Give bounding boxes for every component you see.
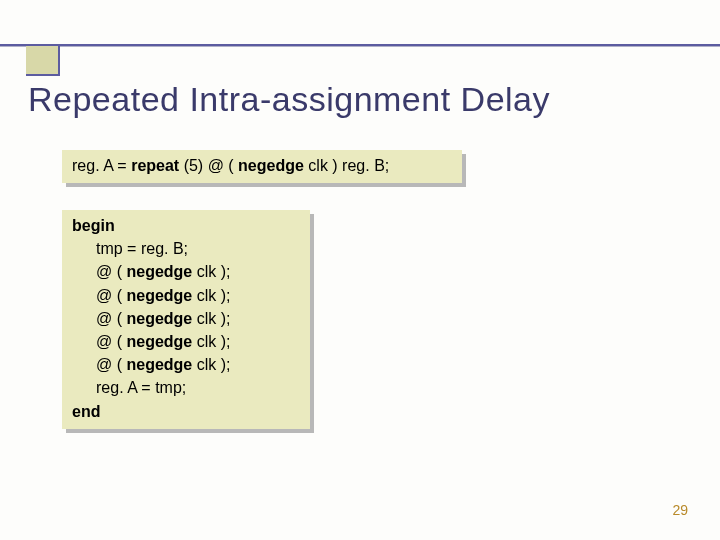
code-line: @ ( negedge clk ); (72, 307, 300, 330)
code-line: @ ( negedge clk ); (72, 353, 300, 376)
code-text: @ ( (96, 333, 126, 350)
top-rule (0, 44, 720, 46)
page-number: 29 (672, 502, 688, 518)
keyword-negedge: negedge (238, 157, 304, 174)
keyword-negedge: negedge (126, 356, 192, 373)
code-box-repeat: reg. A = repeat (5) @ ( negedge clk ) re… (62, 150, 462, 183)
code-text: @ ( (96, 287, 126, 304)
code-text: @ ( (96, 263, 126, 280)
code-box-expanded: begin tmp = reg. B; @ ( negedge clk ); @… (62, 210, 310, 429)
code-text: clk ); (192, 333, 230, 350)
slide: Repeated Intra-assignment Delay reg. A =… (0, 0, 720, 540)
code-line: reg. A = tmp; (72, 376, 300, 399)
code-text: clk ); (192, 310, 230, 327)
keyword-repeat: repeat (131, 157, 179, 174)
code-text: @ ( (96, 310, 126, 327)
code-line: @ ( negedge clk ); (72, 330, 300, 353)
corner-accent (26, 46, 60, 76)
code-text: clk ); (192, 356, 230, 373)
code-text: @ ( (96, 356, 126, 373)
code-line: @ ( negedge clk ); (72, 260, 300, 283)
code-text: clk ); (192, 287, 230, 304)
code-text: clk ) reg. B; (304, 157, 389, 174)
code-line: @ ( negedge clk ); (72, 284, 300, 307)
slide-title: Repeated Intra-assignment Delay (28, 80, 550, 119)
keyword-negedge: negedge (126, 287, 192, 304)
keyword-end: end (72, 400, 300, 423)
code-text: reg. A = (72, 157, 131, 174)
keyword-negedge: negedge (126, 310, 192, 327)
code-line: tmp = reg. B; (72, 237, 300, 260)
code-text: (5) @ ( (179, 157, 238, 174)
keyword-negedge: negedge (126, 333, 192, 350)
keyword-negedge: negedge (126, 263, 192, 280)
keyword-begin: begin (72, 214, 300, 237)
code-text: clk ); (192, 263, 230, 280)
